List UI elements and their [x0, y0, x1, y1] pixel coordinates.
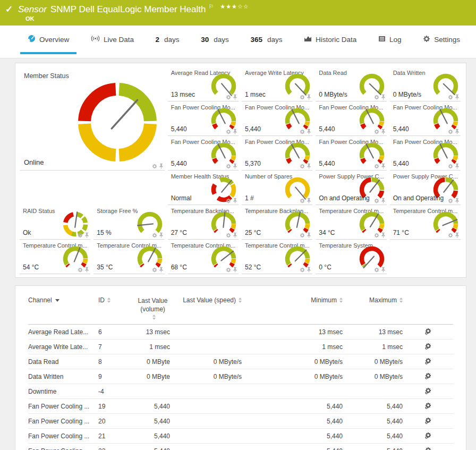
- gear-icon[interactable]: [152, 231, 157, 240]
- edit-channel-icon[interactable]: [403, 343, 453, 351]
- tab-log[interactable]: Log: [371, 27, 409, 54]
- gear-icon[interactable]: [152, 265, 157, 275]
- channel-id: 22: [98, 447, 135, 450]
- pin-icon[interactable]: [159, 162, 164, 171]
- tab-30-days[interactable]: 30days: [193, 27, 236, 54]
- gauge-cell: Temperature System0 °C: [316, 240, 386, 274]
- col-header-last-volume[interactable]: Last Value (volume): [135, 296, 170, 320]
- gauge-value: 5,440: [319, 160, 335, 167]
- gear-icon[interactable]: [226, 265, 231, 275]
- tab-live-data[interactable]: Live Data: [83, 27, 141, 54]
- tab-365-days[interactable]: 365days: [243, 27, 290, 54]
- pin-icon[interactable]: [159, 231, 164, 240]
- pin-icon[interactable]: [159, 265, 164, 275]
- tab-historic-data[interactable]: Historic Data: [296, 27, 364, 54]
- gear-icon[interactable]: [374, 162, 379, 171]
- pin-icon[interactable]: [307, 92, 311, 102]
- pin-icon[interactable]: [381, 231, 386, 240]
- pin-icon[interactable]: [455, 231, 460, 240]
- pin-icon[interactable]: [233, 92, 237, 102]
- edit-channel-icon[interactable]: [403, 328, 453, 336]
- tab-overview[interactable]: Overview: [20, 27, 76, 54]
- gear-icon[interactable]: [152, 162, 157, 171]
- gear-icon[interactable]: [300, 265, 305, 275]
- pin-icon[interactable]: [233, 231, 237, 240]
- gear-icon[interactable]: [374, 231, 379, 240]
- pin-icon[interactable]: [455, 162, 460, 171]
- flag-icon: ⚐: [208, 3, 214, 10]
- gear-icon[interactable]: [226, 162, 231, 171]
- pin-icon[interactable]: [84, 231, 89, 240]
- gear-icon[interactable]: [374, 196, 379, 206]
- gear-icon[interactable]: [226, 92, 231, 102]
- gear-icon[interactable]: [448, 231, 453, 240]
- gear-icon[interactable]: [300, 231, 305, 240]
- gauge-cell: RAID StatusOk: [20, 205, 90, 240]
- gear-icon[interactable]: [226, 196, 231, 206]
- col-header-channel[interactable]: Channel: [28, 296, 98, 304]
- pin-icon[interactable]: [381, 127, 386, 137]
- gear-icon[interactable]: [448, 162, 453, 171]
- priority-stars[interactable]: ★★★☆☆: [220, 3, 249, 10]
- channel-maximum: 0 MByte/s: [343, 358, 403, 366]
- gear-icon[interactable]: [374, 265, 379, 275]
- gear-icon[interactable]: [448, 127, 453, 137]
- edit-channel-icon[interactable]: [403, 432, 453, 440]
- gear-icon[interactable]: [448, 196, 453, 206]
- tab-2-days[interactable]: 2days: [148, 27, 187, 54]
- pin-icon[interactable]: [84, 265, 89, 275]
- pin-icon[interactable]: [307, 127, 311, 137]
- gauge-cell: Temperature Control m...52 °C: [242, 240, 312, 274]
- gear-icon[interactable]: [300, 196, 305, 206]
- gear-icon[interactable]: [78, 265, 83, 275]
- tab-label: days: [267, 36, 283, 44]
- sensor-kind-label: Sensor: [18, 4, 47, 14]
- gauge-cell: Fan Power Cooling Mo...5,440: [168, 101, 239, 136]
- pin-icon[interactable]: [233, 162, 237, 171]
- edit-channel-icon[interactable]: [403, 387, 453, 396]
- edit-channel-icon[interactable]: [403, 402, 453, 411]
- gear-icon[interactable]: [300, 92, 305, 102]
- edit-channel-icon[interactable]: [403, 372, 453, 381]
- gauge-value: 13 msec: [171, 91, 195, 98]
- col-header-maximum[interactable]: Maximum: [343, 296, 403, 304]
- gauge-cell: Member Health StatusNormal: [168, 171, 239, 205]
- pin-icon[interactable]: [233, 265, 237, 275]
- pin-icon[interactable]: [381, 265, 386, 275]
- pin-icon[interactable]: [381, 196, 386, 206]
- channel-id: 9: [98, 373, 135, 380]
- gauge-value: 5,440: [171, 160, 187, 167]
- pin-icon[interactable]: [233, 127, 237, 137]
- pin-icon[interactable]: [307, 231, 311, 240]
- pin-icon[interactable]: [307, 162, 311, 171]
- pin-icon[interactable]: [307, 265, 311, 275]
- gear-icon[interactable]: [448, 92, 453, 102]
- pin-icon[interactable]: [455, 92, 460, 102]
- gear-icon[interactable]: [374, 92, 379, 102]
- pin-icon[interactable]: [455, 127, 460, 137]
- gear-icon[interactable]: [300, 127, 305, 137]
- pin-icon[interactable]: [307, 196, 311, 206]
- tab-settings[interactable]: Settings: [415, 27, 468, 54]
- col-header-minimum[interactable]: Minimum: [242, 296, 343, 304]
- pin-icon[interactable]: [381, 92, 386, 102]
- pin-icon[interactable]: [455, 196, 460, 206]
- channel-maximum: 1 msec: [343, 343, 403, 351]
- gear-icon[interactable]: [300, 162, 305, 171]
- tab-label: days: [214, 36, 229, 44]
- gear-icon[interactable]: [78, 231, 83, 240]
- gear-icon[interactable]: [226, 231, 231, 240]
- col-header-id[interactable]: ID: [98, 296, 135, 304]
- channel-name: Data Read: [28, 358, 98, 366]
- gear-icon[interactable]: [374, 127, 379, 137]
- edit-channel-icon[interactable]: [403, 447, 453, 450]
- col-header-last-speed[interactable]: Last Value (speed): [170, 296, 242, 304]
- pin-icon[interactable]: [233, 196, 237, 206]
- gauge-cell: Temperature Control m...54 °C: [20, 240, 90, 274]
- gauge-value: 52 °C: [245, 264, 261, 271]
- edit-channel-icon[interactable]: [403, 417, 453, 426]
- gear-icon[interactable]: [226, 127, 231, 137]
- pin-icon[interactable]: [381, 162, 386, 171]
- channel-maximum: 5,440: [343, 432, 403, 440]
- edit-channel-icon[interactable]: [403, 358, 453, 366]
